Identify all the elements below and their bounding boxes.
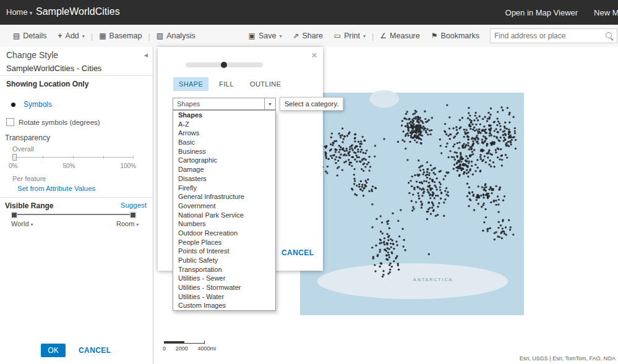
rotate-symbols-label: Rotate symbols (degrees) [19,119,100,126]
collapse-panel-icon[interactable]: ◀ [144,53,148,58]
set-from-attribute-values-link[interactable]: Set from Attribute Values [17,185,95,192]
bookmarks-button[interactable]: ⚑ Bookmarks [431,32,479,40]
category-option[interactable]: Custom Images [173,301,275,310]
category-dropdown-value: Shapes [177,100,200,108]
symbol-style-tabs: SHAPE FILL OUTLINE [173,77,286,91]
suggest-link[interactable]: Suggest [121,201,147,209]
visible-range-label: Visible Range [5,201,53,210]
save-button[interactable]: ▣ Save ▾ [249,32,282,40]
divider [0,197,153,198]
map-toolbar: ▤ Details + Add ▾ | ▦ Basemap | ▨ Analys… [0,25,618,48]
print-button[interactable]: ▭ Print ▾ [334,32,366,40]
category-option[interactable]: National Park Service [173,211,275,220]
close-icon[interactable]: × [311,50,317,61]
analysis-icon: ▨ [157,32,163,40]
basemap-button[interactable]: ▦ Basemap [99,32,142,40]
measure-icon: ∠ [380,32,387,40]
category-list: ShapesA-ZArrowsBasicBusinessCartographic… [173,110,276,311]
visible-range-min-dropdown[interactable]: World▾ [11,220,33,227]
toolbar-separator: | [372,32,374,41]
category-dropdown[interactable]: Shapes ▾ [173,98,276,110]
details-icon: ▤ [13,32,20,40]
transparency-slider-handle[interactable] [12,154,17,161]
panel-cancel-button[interactable]: CANCEL [79,346,111,355]
analysis-button[interactable]: ▨ Analysis [157,32,195,40]
category-option[interactable]: Transportation [173,265,275,274]
new-map-link[interactable]: New Map [594,8,618,17]
tab-shape[interactable]: SHAPE [173,77,208,91]
symbol-size-slider-handle[interactable] [221,62,227,68]
slider-tick [103,156,104,159]
scale-label: 2000 [176,345,188,352]
slider-track [11,214,136,215]
details-label: Details [23,32,46,40]
category-option[interactable]: Utilities - Stormwater [173,283,275,292]
overall-label: Overall [12,145,34,153]
tab-fill[interactable]: FILL [213,77,239,91]
category-option[interactable]: Shapes [173,111,275,120]
tick-label: 0% [9,163,17,169]
category-option[interactable]: Public Safety [173,256,275,265]
category-option[interactable]: Basic [173,138,275,147]
home-label: Home [6,7,28,17]
category-option[interactable]: Numbers [173,219,275,229]
category-option[interactable]: Utilities - Sewer [173,274,275,283]
chevron-down-icon: ▾ [31,222,33,227]
rotate-symbols-row: Rotate symbols (degrees) [6,118,100,126]
share-button[interactable]: ⇗ Share [293,32,322,40]
antarctica-label: ANTARCTICA [413,277,453,282]
print-icon: ▭ [334,32,341,40]
category-option[interactable]: Points of Interest [173,247,275,256]
min-zoom-label: World [11,220,29,227]
scale-bar: 0 2000 4000mi [164,341,221,352]
add-icon: + [58,32,62,40]
symbol-preview-dot [11,103,15,107]
search-input[interactable] [491,29,608,43]
home-menu[interactable]: Home▾ [6,7,32,17]
category-option[interactable]: Firefly [173,184,275,193]
chevron-down-icon[interactable]: ▾ [264,98,275,109]
scale-bar-line [184,343,205,344]
category-option[interactable]: Cartographic [173,156,275,165]
basemap-label: Basemap [109,32,142,40]
transparency-tick-labels: 0% 50% 100% [9,163,136,169]
ok-button[interactable]: OK [41,344,66,357]
category-option[interactable]: Damage [173,165,275,174]
symbol-style-dialog: × SHAPE FILL OUTLINE Shapes ▾ ShapesA-ZA… [158,47,323,271]
category-option[interactable]: Arrows [173,129,275,138]
add-button[interactable]: + Add ▾ [58,32,85,40]
category-option[interactable]: People Places [173,238,275,247]
measure-button[interactable]: ∠ Measure [380,32,419,40]
search-icon[interactable] [606,32,612,38]
category-option[interactable]: Utilities - Water [173,292,275,302]
category-option[interactable]: General Infrastructure [173,192,275,201]
tab-outline[interactable]: OUTLINE [244,77,286,91]
measure-label: Measure [390,32,420,40]
bookmarks-icon: ⚑ [431,32,438,40]
rotate-symbols-checkbox[interactable] [6,118,14,126]
scale-bar-labels: 0 2000 4000mi [163,345,216,352]
visible-range-max-dropdown[interactable]: Room▾ [116,220,139,227]
bookmarks-label: Bookmarks [440,32,479,40]
category-option[interactable]: Business [173,147,275,156]
category-option[interactable]: A-Z [173,120,275,129]
map-attribution: Esri, USGS | Esri, TomTom, FAO, NOA [517,355,618,362]
open-in-map-viewer-link[interactable]: Open in Map Viewer [505,8,578,17]
visible-range-max-handle[interactable] [130,212,136,218]
map-canvas[interactable]: ANTARCTICA [300,93,524,315]
visible-range-min-handle[interactable] [11,212,17,218]
category-option[interactable]: Disasters [173,174,275,184]
symbols-link[interactable]: Symbols [24,100,52,109]
category-option[interactable]: Outdoor Recreation [173,229,275,238]
panel-title: Change Style [6,50,58,60]
tick-label: 50% [62,163,75,169]
scale-label: 0 [163,345,166,352]
symbols-row: Symbols [11,100,52,109]
details-button[interactable]: ▤ Details [13,32,47,40]
toolbar-right-group: ▣ Save ▾ ⇗ Share ▭ Print ▾ | ∠ Measure ⚑… [243,28,618,43]
divider [0,75,153,76]
slider-tick [43,156,43,159]
dialog-cancel-button[interactable]: CANCEL [281,248,314,257]
category-option[interactable]: Government [173,201,275,211]
save-label: Save [259,32,277,40]
